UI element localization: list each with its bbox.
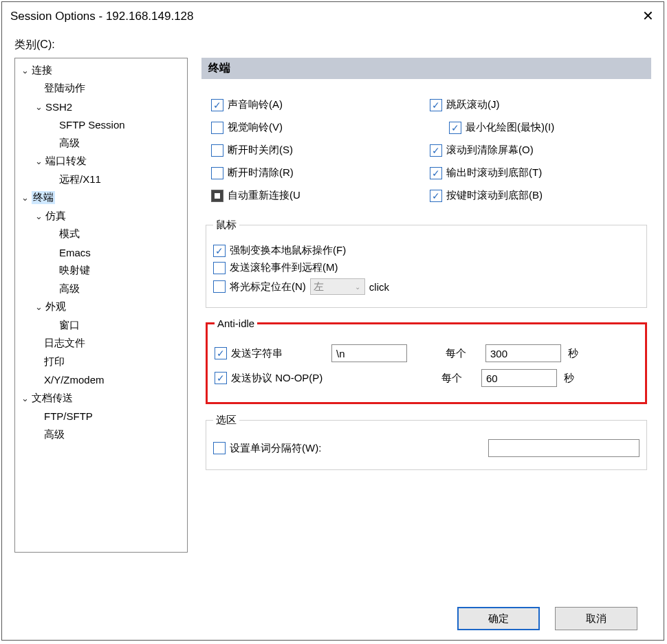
check-scroll-bottom-output[interactable]: ✓输出时滚动到底部(T) xyxy=(430,166,642,179)
checkbox-icon[interactable]: ✓ xyxy=(215,372,227,384)
checkbox-icon: ✓ xyxy=(430,144,442,157)
cancel-button[interactable]: 取消 xyxy=(555,607,637,630)
tree-item-ftp-sftp[interactable]: FTP/SFTP xyxy=(18,408,184,426)
selection-legend: 选区 xyxy=(213,414,239,427)
category-label: 类别(C): xyxy=(14,38,651,52)
check-clear-on-scroll[interactable]: ✓滚动到清除屏幕(O) xyxy=(430,144,642,157)
selection-group: 选区 设置单词分隔符(W): xyxy=(206,414,647,470)
checkbox-indeterminate-icon xyxy=(211,190,223,202)
check-send-wheel[interactable]: 发送滚轮事件到远程(M) xyxy=(213,261,639,274)
checkbox-icon: ✓ xyxy=(430,167,442,179)
tree-item-terminal[interactable]: ⌄终端 xyxy=(18,189,184,208)
tree-item-modes[interactable]: 模式 xyxy=(18,225,184,244)
settings-panel: 终端 ✓声音响铃(A) ✓跳跃滚动(J) 视觉响铃(V) ✓最小化绘图(最快)(… xyxy=(201,58,651,597)
tree-item-emulation[interactable]: ⌄仿真 xyxy=(18,207,184,225)
tree-item-port-forward[interactable]: ⌄端口转发 xyxy=(18,153,184,171)
checkbox-icon: ✓ xyxy=(449,122,461,134)
checkbox-icon xyxy=(211,122,223,134)
word-delim-label: 设置单词分隔符(W): xyxy=(230,442,321,455)
checkbox-icon[interactable]: ✓ xyxy=(215,347,227,359)
check-force-local-mouse[interactable]: ✓强制变换本地鼠标操作(F) xyxy=(213,244,639,257)
terminal-checks: ✓声音响铃(A) ✓跳跃滚动(J) 视觉响铃(V) ✓最小化绘图(最快)(I) … xyxy=(201,79,651,209)
tree-item-login-actions[interactable]: 登陆动作 xyxy=(18,80,184,98)
check-clear-on-disconnect[interactable]: 断开时清除(R) xyxy=(211,166,423,179)
checkbox-icon: ✓ xyxy=(430,99,442,111)
tree-item-emacs[interactable]: Emacs xyxy=(18,243,184,262)
checkbox-icon xyxy=(211,167,223,179)
close-icon[interactable]: ✕ xyxy=(640,9,655,24)
check-close-on-disconnect[interactable]: 断开时关闭(S) xyxy=(211,144,423,157)
check-auto-reconnect[interactable]: 自动重新连接(U xyxy=(211,189,423,202)
mouse-legend: 鼠标 xyxy=(213,219,239,232)
session-options-dialog: Session Options - 192.168.149.128 ✕ 类别(C… xyxy=(1,1,664,641)
tree-item-sftp-session[interactable]: SFTP Session xyxy=(18,116,184,135)
checkbox-icon: ✓ xyxy=(430,190,442,202)
tree-item-logfile[interactable]: 日志文件 xyxy=(18,335,184,353)
checkbox-icon: ✓ xyxy=(211,99,223,111)
tree-item-ssh2[interactable]: ⌄SSH2 xyxy=(18,98,184,116)
string-seconds-input[interactable] xyxy=(485,344,561,362)
tree-item-mapped-keys[interactable]: 映射键 xyxy=(18,262,184,280)
row-send-string: ✓ 发送字符串 每个 秒 xyxy=(215,344,638,362)
chevron-down-icon: ⌄ xyxy=(355,283,360,291)
seconds-label-2: 秒 xyxy=(564,372,574,385)
ok-button[interactable]: 确定 xyxy=(457,607,540,630)
every-label-2: 每个 xyxy=(441,372,462,385)
check-jump-scroll[interactable]: ✓跳跃滚动(J) xyxy=(430,98,642,111)
send-protocol-label: 发送协议 NO-OP(P) xyxy=(231,372,322,385)
chevron-down-icon: ⌄ xyxy=(32,300,45,314)
section-header: 终端 xyxy=(201,58,651,79)
checkbox-icon xyxy=(213,262,226,274)
tree-item-connection[interactable]: ⌄连接 xyxy=(18,61,184,80)
proto-seconds-input[interactable] xyxy=(481,369,557,387)
every-label-1: 每个 xyxy=(446,347,466,360)
tree-item-remote-x11[interactable]: 远程/X11 xyxy=(18,170,184,189)
send-string-input[interactable] xyxy=(331,344,407,362)
main-area: ⌄连接 登陆动作 ⌄SSH2 SFTP Session 高级 ⌄端口转发 远程/… xyxy=(14,58,651,597)
position-cursor-label: 将光标定位在(N) xyxy=(230,280,306,293)
chevron-down-icon: ⌄ xyxy=(18,63,32,77)
word-delim-input[interactable] xyxy=(488,439,639,457)
tree-item-file-transfer[interactable]: ⌄文档传送 xyxy=(18,389,184,408)
check-min-draw[interactable]: ✓最小化绘图(最快)(I) xyxy=(449,121,642,134)
window-title: Session Options - 192.168.149.128 xyxy=(10,10,194,23)
tree-item-advanced-1[interactable]: 高级 xyxy=(18,134,184,153)
tree-item-appearance[interactable]: ⌄外观 xyxy=(18,298,184,317)
chevron-down-icon: ⌄ xyxy=(32,209,45,223)
seconds-label-1: 秒 xyxy=(568,347,578,360)
tree-item-window[interactable]: 窗口 xyxy=(18,316,184,335)
row-position-cursor: 将光标定位在(N) 左 ⌄ click xyxy=(213,278,639,295)
send-string-label: 发送字符串 xyxy=(231,347,283,360)
anti-idle-legend: Anti-idle xyxy=(215,318,257,329)
row-word-delimiters: 设置单词分隔符(W): xyxy=(213,439,639,457)
tree-item-xyzmodem[interactable]: X/Y/Zmodem xyxy=(18,371,184,390)
row-send-protocol: ✓ 发送协议 NO-OP(P) 每个 秒 xyxy=(215,369,638,387)
check-visual-bell[interactable]: 视觉响铃(V) xyxy=(211,121,423,134)
check-scroll-bottom-keypress[interactable]: ✓按键时滚动到底部(B) xyxy=(430,189,642,202)
chevron-down-icon: ⌄ xyxy=(32,155,45,168)
titlebar: Session Options - 192.168.149.128 ✕ xyxy=(2,2,664,31)
tree-item-advanced-3[interactable]: 高级 xyxy=(18,425,184,444)
check-audio-bell[interactable]: ✓声音响铃(A) xyxy=(211,98,423,111)
tree-item-print[interactable]: 打印 xyxy=(18,353,184,371)
dialog-footer: 确定 取消 xyxy=(14,597,651,634)
content-area: 类别(C): ⌄连接 登陆动作 ⌄SSH2 SFTP Session 高级 ⌄端… xyxy=(2,31,664,640)
anti-idle-group: Anti-idle ✓ 发送字符串 每个 秒 xyxy=(206,318,647,404)
position-cursor-suffix: click xyxy=(369,281,389,293)
mouse-group: 鼠标 ✓强制变换本地鼠标操作(F) 发送滚轮事件到远程(M) 将光标定位在(N)… xyxy=(206,219,647,308)
chevron-down-icon: ⌄ xyxy=(18,191,32,205)
tree-item-advanced-2[interactable]: 高级 xyxy=(18,280,184,298)
category-tree[interactable]: ⌄连接 登陆动作 ⌄SSH2 SFTP Session 高级 ⌄端口转发 远程/… xyxy=(14,58,188,553)
chevron-down-icon: ⌄ xyxy=(32,100,45,113)
checkbox-icon[interactable] xyxy=(213,442,226,454)
checkbox-icon: ✓ xyxy=(213,245,226,257)
checkbox-icon[interactable] xyxy=(213,280,226,293)
chevron-down-icon: ⌄ xyxy=(18,391,32,405)
checkbox-icon xyxy=(211,144,223,157)
position-cursor-dropdown[interactable]: 左 ⌄ xyxy=(310,278,365,295)
